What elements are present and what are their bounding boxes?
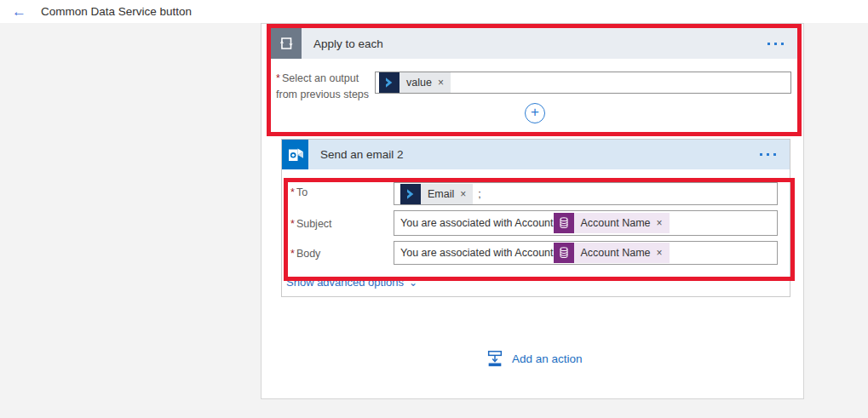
database-icon bbox=[554, 213, 574, 233]
flow-designer-screen: ← Common Data Service button Apply to ea… bbox=[0, 0, 868, 418]
token-label: Account Name bbox=[581, 217, 651, 229]
subject-label: *Subject bbox=[290, 218, 332, 230]
to-suffix: ; bbox=[478, 188, 480, 200]
required-marker: * bbox=[290, 186, 295, 198]
send-email-card: Send an email 2 *To Email × bbox=[281, 139, 790, 297]
select-output-label: *Select an output from previous steps bbox=[276, 71, 380, 103]
subject-text: You are associated with Account bbox=[400, 217, 554, 229]
body-label: *Body bbox=[290, 248, 320, 260]
chevron-down-icon: ⌄ bbox=[409, 277, 417, 289]
token-remove-icon[interactable]: × bbox=[657, 217, 663, 229]
dynamics-cds-icon bbox=[379, 72, 400, 93]
dynamics-cds-icon bbox=[400, 184, 421, 204]
subject-input[interactable]: You are associated with Account Account … bbox=[394, 210, 778, 236]
body-text: You are associated with Account bbox=[400, 247, 554, 259]
account-name-token[interactable]: Account Name × bbox=[554, 243, 670, 263]
insert-action-icon bbox=[486, 349, 504, 369]
apply-to-each-body: *Select an output from previous steps va… bbox=[271, 59, 797, 132]
token-label: Account Name bbox=[581, 247, 651, 259]
select-output-input[interactable]: value × bbox=[375, 72, 791, 94]
top-bar: ← Common Data Service button bbox=[0, 0, 868, 23]
body-input[interactable]: You are associated with Account Account … bbox=[394, 241, 778, 265]
ellipsis-menu-icon[interactable] bbox=[758, 150, 778, 159]
add-step-icon[interactable]: + bbox=[525, 103, 545, 123]
database-icon bbox=[554, 243, 574, 263]
send-email-header[interactable]: Send an email 2 bbox=[282, 140, 790, 169]
apply-to-each-titlebar[interactable]: Apply to each bbox=[302, 28, 797, 59]
apply-to-each-loop-icon bbox=[271, 28, 302, 59]
outlook-mail-icon bbox=[282, 140, 308, 169]
send-email-title: Send an email 2 bbox=[320, 148, 404, 161]
back-arrow-icon[interactable]: ← bbox=[12, 4, 26, 19]
required-marker: * bbox=[290, 248, 295, 260]
account-name-token[interactable]: Account Name × bbox=[554, 213, 670, 233]
token-remove-icon[interactable]: × bbox=[438, 77, 444, 89]
page-title: Common Data Service button bbox=[41, 5, 192, 18]
value-token[interactable]: value × bbox=[379, 72, 451, 93]
show-advanced-options-link[interactable]: Show advanced options⌄ bbox=[286, 276, 417, 289]
email-token[interactable]: Email × bbox=[400, 184, 473, 204]
token-label: Email bbox=[428, 188, 454, 200]
send-email-titlebar[interactable]: Send an email 2 bbox=[308, 140, 790, 169]
apply-to-each-title: Apply to each bbox=[313, 37, 383, 50]
token-remove-icon[interactable]: × bbox=[657, 247, 663, 259]
to-input[interactable]: Email × ; bbox=[394, 182, 778, 205]
required-marker: * bbox=[290, 218, 295, 230]
add-action-button[interactable]: Add an action bbox=[486, 349, 583, 369]
add-action-label: Add an action bbox=[512, 352, 583, 365]
annotation-box-apply-to-each: Apply to each *Select an output from pre… bbox=[267, 24, 802, 136]
token-label: value bbox=[406, 77, 432, 89]
required-marker: * bbox=[276, 72, 280, 84]
to-label: *To bbox=[290, 186, 308, 198]
token-remove-icon[interactable]: × bbox=[460, 188, 466, 200]
ellipsis-menu-icon[interactable] bbox=[766, 39, 785, 49]
apply-to-each-header[interactable]: Apply to each bbox=[271, 28, 797, 59]
